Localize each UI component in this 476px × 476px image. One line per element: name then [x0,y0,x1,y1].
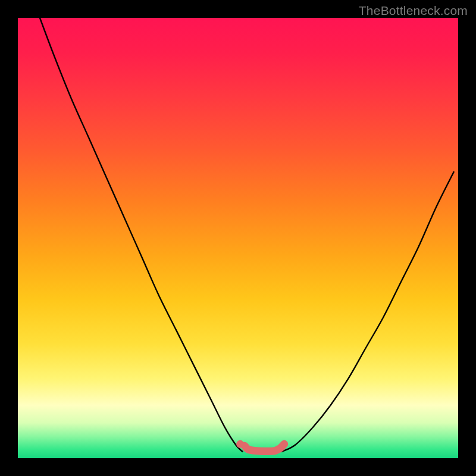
pink-valley-segment [245,444,284,451]
left-curve [40,18,242,452]
right-curve [282,172,454,452]
watermark-text: TheBottleneck.com [359,4,468,18]
plot-area [18,18,458,458]
chart-frame: TheBottleneck.com [0,0,476,476]
marker-dot [236,440,244,448]
chart-svg [18,18,458,458]
